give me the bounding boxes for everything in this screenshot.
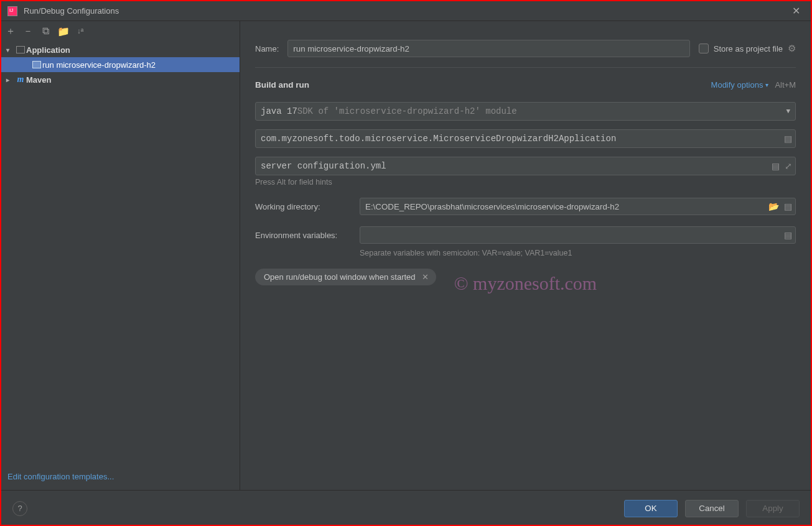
folder-icon[interactable]: 📂 bbox=[768, 201, 779, 211]
list-icon[interactable]: ▤ bbox=[784, 201, 792, 211]
dialog-footer: ? OK Cancel Apply bbox=[1, 490, 811, 526]
option-chip[interactable]: Open run/debug tool window when started … bbox=[255, 269, 436, 285]
alt-hint: Press Alt for field hints bbox=[255, 178, 796, 187]
list-icon[interactable]: ▤ bbox=[784, 134, 792, 144]
working-dir-input[interactable] bbox=[360, 198, 796, 215]
store-project-checkbox[interactable] bbox=[699, 44, 709, 53]
tree-group-application[interactable]: ▾ Application bbox=[1, 42, 240, 57]
main-class-input[interactable] bbox=[255, 129, 796, 148]
env-label: Environment variables: bbox=[255, 231, 348, 240]
application-icon bbox=[31, 61, 42, 68]
sidebar: ＋ － ⧉ 📁 ↓ª ▾ Application run microservic… bbox=[1, 21, 240, 490]
chip-label: Open run/debug tool window when started bbox=[264, 272, 416, 282]
list-icon[interactable]: ▤ bbox=[772, 161, 780, 171]
env-input[interactable] bbox=[360, 226, 796, 244]
application-icon bbox=[15, 46, 26, 53]
sort-icon[interactable]: ↓ª bbox=[75, 27, 86, 35]
tree-group-label: Maven bbox=[26, 75, 51, 85]
window-title: Run/Debug Configurations bbox=[24, 6, 787, 16]
apply-button: Apply bbox=[746, 500, 800, 517]
jdk-value: java 17 bbox=[261, 106, 297, 116]
name-input[interactable] bbox=[287, 40, 689, 57]
jdk-module-hint: SDK of 'microservice-dropwizard-h2' modu… bbox=[297, 106, 517, 116]
chevron-down-icon: ▾ bbox=[6, 47, 15, 53]
gear-icon[interactable]: ⚙ bbox=[788, 43, 796, 54]
chevron-right-icon: ▸ bbox=[6, 76, 15, 83]
config-tree: ▾ Application run microservice-dropwizar… bbox=[1, 41, 240, 466]
close-icon[interactable]: ✕ bbox=[422, 272, 429, 282]
tree-item-run-microservice[interactable]: run microservice-dropwizard-h2 bbox=[1, 57, 240, 72]
help-button[interactable]: ? bbox=[12, 501, 27, 516]
copy-icon[interactable]: ⧉ bbox=[40, 25, 51, 37]
close-icon[interactable]: ✕ bbox=[787, 5, 805, 17]
modify-shortcut: Alt+M bbox=[775, 80, 796, 90]
intellij-icon bbox=[7, 6, 17, 16]
program-args-input[interactable] bbox=[255, 157, 796, 175]
section-title: Build and run bbox=[255, 80, 309, 90]
env-hint: Separate variables with semicolon: VAR=v… bbox=[360, 249, 796, 257]
maven-icon: m bbox=[15, 75, 26, 85]
titlebar: Run/Debug Configurations ✕ bbox=[1, 1, 811, 21]
expand-icon[interactable]: ⤢ bbox=[785, 161, 792, 171]
content-pane: Name: Store as project file ⚙ Build and … bbox=[240, 21, 811, 490]
modify-options-link[interactable]: Modify options ▾ bbox=[711, 80, 769, 90]
ok-button[interactable]: OK bbox=[624, 500, 678, 517]
store-project-label: Store as project file bbox=[714, 44, 783, 53]
remove-icon[interactable]: － bbox=[22, 25, 34, 38]
name-label: Name: bbox=[255, 44, 279, 53]
list-icon[interactable]: ▤ bbox=[784, 230, 792, 240]
chevron-down-icon: ▾ bbox=[765, 81, 768, 88]
add-icon[interactable]: ＋ bbox=[5, 25, 16, 38]
tree-group-label: Application bbox=[26, 45, 70, 55]
tree-group-maven[interactable]: ▸ m Maven bbox=[1, 72, 240, 87]
sidebar-toolbar: ＋ － ⧉ 📁 ↓ª bbox=[1, 21, 240, 41]
cancel-button[interactable]: Cancel bbox=[685, 500, 739, 517]
save-template-icon[interactable]: 📁 bbox=[57, 25, 68, 37]
chevron-down-icon: ▼ bbox=[786, 108, 790, 115]
tree-item-label: run microservice-dropwizard-h2 bbox=[42, 60, 156, 70]
working-dir-label: Working directory: bbox=[255, 202, 348, 211]
divider bbox=[255, 67, 796, 68]
jdk-select[interactable]: java 17 SDK of 'microservice-dropwizard-… bbox=[255, 102, 796, 121]
edit-templates-link[interactable]: Edit configuration templates... bbox=[7, 472, 114, 481]
